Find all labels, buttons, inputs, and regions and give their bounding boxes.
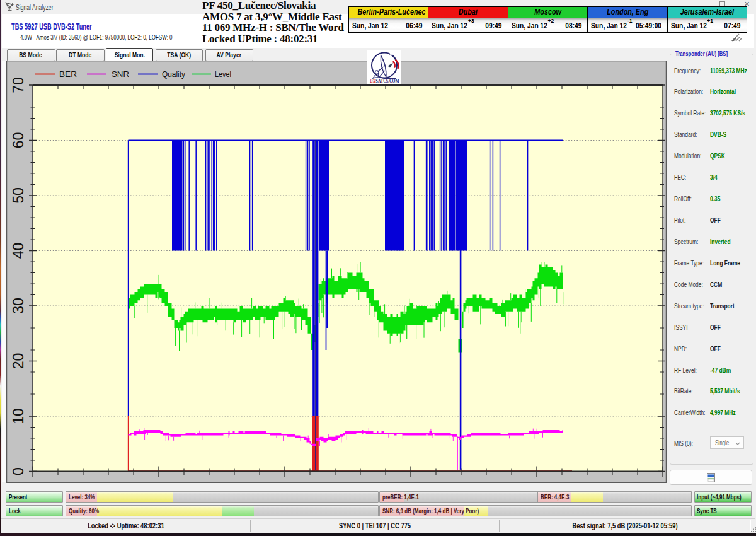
svg-text:60: 60 [10,132,26,149]
svg-text:20: 20 [10,353,26,370]
svg-text:Quality: Quality [162,69,185,79]
svg-text:40: 40 [10,243,26,259]
svg-text:Level: Level [215,69,231,79]
svg-text:70: 70 [10,77,26,93]
svg-text:SNR: SNR [112,69,129,79]
svg-text:50: 50 [10,187,26,204]
svg-text:BER: BER [59,69,77,79]
svg-text:10: 10 [10,408,26,424]
svg-text:0: 0 [10,467,26,475]
svg-text:DXSATCS.COM: DXSATCS.COM [370,78,399,84]
svg-text:30: 30 [10,298,26,314]
